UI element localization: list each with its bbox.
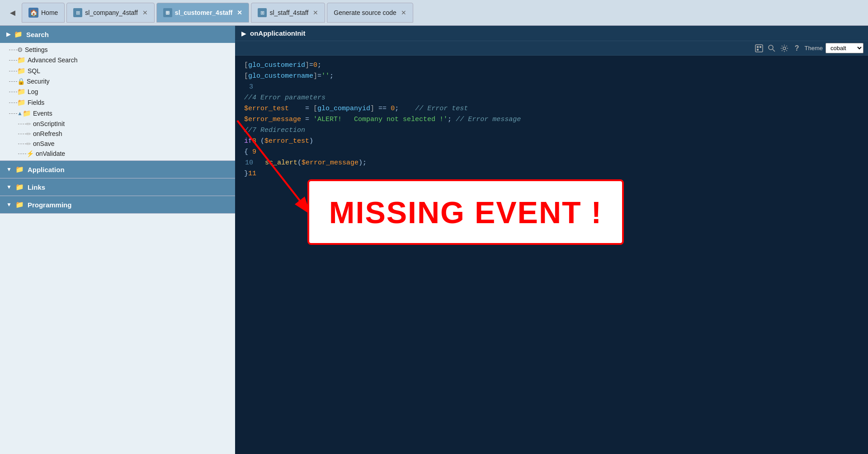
tab-sl-customer[interactable]: ⊞ sl_customer_4staff ✕ bbox=[156, 3, 250, 23]
sidebar-programming-header[interactable]: ▼ 📁 Programming bbox=[0, 196, 235, 213]
dash-sql bbox=[9, 71, 17, 71]
scriptinit-icon: ✏ bbox=[26, 121, 31, 127]
tab-sl-staff[interactable]: ⊞ sl_staff_4staff ✕ bbox=[251, 3, 325, 23]
panel-toolbar: ? Theme cobalt default monokai bbox=[235, 41, 868, 56]
scriptinit-label: onScriptInit bbox=[33, 120, 65, 127]
sidebar-item-on-validate[interactable]: ⚡ onValidate bbox=[0, 149, 235, 159]
sidebar-item-sql[interactable]: 📁 SQL bbox=[0, 66, 235, 76]
sidebar-item-fields[interactable]: 📁 Fields bbox=[0, 97, 235, 108]
tab-home-label: Home bbox=[41, 9, 58, 16]
code-line-6: $error_message = 'ALERT! Company not sel… bbox=[244, 114, 859, 125]
settings-label: Settings bbox=[25, 46, 48, 53]
dash-scriptinit bbox=[18, 124, 26, 124]
code-line-2: [glo_customername]=''; bbox=[244, 71, 859, 82]
tab-staff-label: sl_staff_4staff bbox=[269, 9, 308, 16]
theme-select[interactable]: cobalt default monokai bbox=[826, 43, 863, 53]
toolbar-icon-1[interactable] bbox=[754, 43, 764, 53]
tab-home[interactable]: 🏠 Home bbox=[22, 3, 65, 23]
sidebar-item-on-save[interactable]: ✏ onSave bbox=[0, 139, 235, 149]
sidebar-application-header[interactable]: ▼ 📁 Application bbox=[0, 161, 235, 178]
tab-generate-source[interactable]: Generate source code ✕ bbox=[327, 3, 413, 23]
nav-arrow-icon: ◄ bbox=[8, 8, 17, 18]
sidebar: ▶ 📁 Search ⚙ Settings 📁 Advanced Sear bbox=[0, 26, 235, 454]
code-text-1: [glo_customerid]=0; bbox=[244, 60, 321, 71]
code-line-4: //4 Error parameters bbox=[244, 93, 859, 103]
svg-line-5 bbox=[773, 49, 775, 51]
toolbar-icon-3[interactable] bbox=[779, 43, 789, 53]
code-text-9: { 9 bbox=[244, 147, 256, 158]
code-line-5: $error_test = [glo_companyid] == 0; // E… bbox=[244, 103, 859, 114]
search-folder-icon: 📁 bbox=[14, 30, 23, 38]
sidebar-item-events[interactable]: ▲ 📁 Events bbox=[0, 108, 235, 119]
programming-section-arrow: ▼ bbox=[6, 201, 12, 208]
toolbar-icon-2[interactable] bbox=[767, 43, 777, 53]
sql-folder-icon: 📁 bbox=[17, 67, 26, 75]
sidebar-search-header[interactable]: ▶ 📁 Search bbox=[0, 26, 235, 43]
sidebar-links-header[interactable]: ▼ 📁 Links bbox=[0, 178, 235, 196]
dash-fields bbox=[9, 103, 17, 103]
missing-event-box: MISSING EVENT ! bbox=[307, 179, 624, 245]
tab-staff-close[interactable]: ✕ bbox=[313, 9, 318, 16]
code-text-10: sc_alert($error_message); bbox=[257, 158, 367, 168]
advanced-search-folder-icon: 📁 bbox=[17, 56, 26, 64]
svg-point-6 bbox=[783, 47, 786, 50]
line-num-10: 10 bbox=[244, 158, 253, 168]
svg-rect-3 bbox=[757, 49, 759, 51]
dash-refresh bbox=[18, 134, 26, 134]
code-line-3: 3 bbox=[244, 82, 859, 93]
code-line-8: if8 ($error_test) bbox=[244, 136, 859, 147]
sidebar-item-settings[interactable]: ⚙ Settings bbox=[0, 45, 235, 55]
toolbar-help-icon[interactable]: ? bbox=[792, 43, 802, 53]
application-folder-icon: 📁 bbox=[15, 165, 24, 173]
links-section-label: Links bbox=[28, 183, 45, 191]
sidebar-section-programming: ▼ 📁 Programming bbox=[0, 196, 235, 214]
panel-header-title: onApplicationInit bbox=[250, 29, 305, 37]
dash-advsearch bbox=[9, 60, 17, 61]
missing-event-text: MISSING EVENT ! bbox=[329, 195, 602, 230]
sidebar-item-security[interactable]: 🔒 Security bbox=[0, 76, 235, 86]
svg-rect-0 bbox=[755, 45, 763, 52]
dash-save bbox=[18, 144, 26, 144]
dash-events bbox=[9, 113, 17, 114]
line-num-3: 3 bbox=[244, 82, 253, 93]
svg-rect-1 bbox=[757, 46, 759, 48]
save-icon: ✏ bbox=[26, 140, 31, 147]
code-editor[interactable]: [glo_customerid]=0; [glo_customername]='… bbox=[235, 56, 868, 454]
tab-generate-close[interactable]: ✕ bbox=[401, 9, 406, 16]
code-text-5: $error_test = [glo_companyid] == 0; // E… bbox=[244, 103, 468, 114]
dash-validate bbox=[18, 154, 26, 154]
save-label: onSave bbox=[33, 140, 54, 147]
log-label: Log bbox=[28, 88, 38, 95]
search-section-label: Search bbox=[26, 31, 49, 38]
tab-company-label: sl_company_4staff bbox=[85, 9, 137, 16]
events-collapse-icon: ▲ bbox=[17, 110, 23, 117]
tab-customer-close[interactable]: ✕ bbox=[237, 9, 242, 16]
tab-sl-company[interactable]: ⊞ sl_company_4staff ✕ bbox=[66, 3, 154, 23]
refresh-icon: ✏ bbox=[26, 131, 31, 137]
settings-gear-icon: ⚙ bbox=[17, 46, 23, 53]
sidebar-section-search: ▶ 📁 Search ⚙ Settings 📁 Advanced Sear bbox=[0, 26, 235, 161]
links-folder-icon: 📁 bbox=[15, 183, 24, 191]
sidebar-item-advanced-search[interactable]: 📁 Advanced Search bbox=[0, 55, 235, 66]
sidebar-item-on-script-init[interactable]: ✏ onScriptInit bbox=[0, 119, 235, 129]
code-text-11: }11 bbox=[244, 168, 256, 179]
refresh-label: onRefresh bbox=[33, 130, 62, 137]
log-folder-icon: 📁 bbox=[17, 88, 26, 96]
nav-back[interactable]: ◄ bbox=[4, 8, 22, 18]
tab-bar: ◄ 🏠 Home ⊞ sl_company_4staff ✕ ⊞ sl_cust… bbox=[0, 0, 868, 26]
dash-settings bbox=[9, 50, 17, 50]
sql-label: SQL bbox=[28, 67, 40, 75]
grid-icon-staff: ⊞ bbox=[258, 8, 267, 17]
tab-customer-label: sl_customer_4staff bbox=[175, 9, 233, 16]
security-lock-icon: 🔒 bbox=[17, 78, 25, 85]
code-text-6: $error_message = 'ALERT! Company not sel… bbox=[244, 114, 521, 125]
security-label: Security bbox=[27, 78, 50, 85]
fields-folder-icon: 📁 bbox=[17, 98, 26, 107]
sidebar-item-log[interactable]: 📁 Log bbox=[0, 86, 235, 97]
sidebar-item-on-refresh[interactable]: ✏ onRefresh bbox=[0, 129, 235, 139]
tab-company-close[interactable]: ✕ bbox=[142, 9, 148, 16]
main-area: ▶ 📁 Search ⚙ Settings 📁 Advanced Sear bbox=[0, 26, 868, 454]
programming-section-label: Programming bbox=[28, 201, 72, 209]
svg-point-4 bbox=[769, 45, 773, 50]
code-line-10: 10 sc_alert($error_message); bbox=[244, 158, 859, 168]
